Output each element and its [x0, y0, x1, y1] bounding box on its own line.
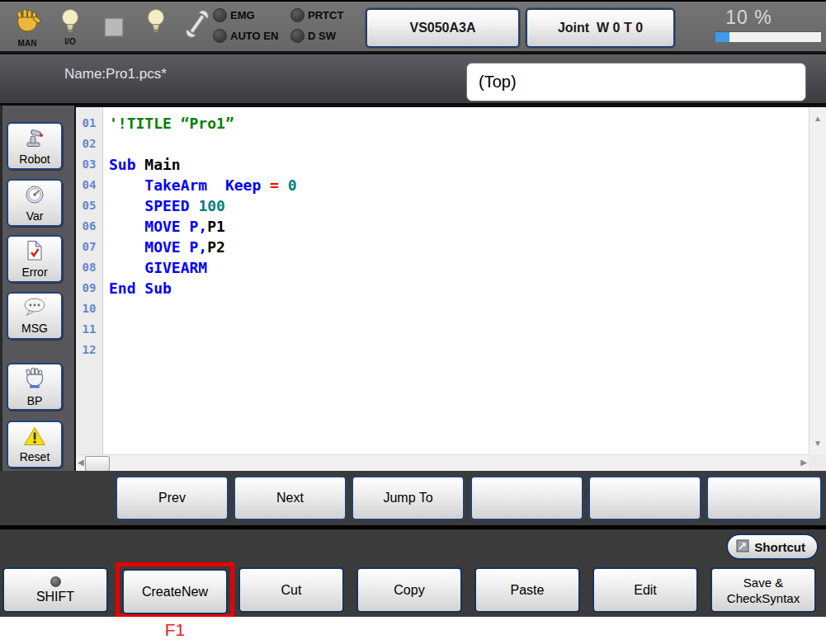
maintenance-indicator	[185, 7, 210, 45]
shortcut-button[interactable]: Shortcut	[726, 534, 819, 560]
procedure-selector-text: (Top)	[479, 73, 517, 92]
sidebar-item-label: Var	[26, 209, 44, 223]
sidebar-item-label: Reset	[20, 450, 50, 463]
jump-to-button[interactable]: Jump To	[352, 476, 465, 520]
paste-button[interactable]: Paste	[474, 567, 580, 613]
main-area: Robot Var	[0, 106, 826, 471]
code-line[interactable]	[109, 134, 809, 154]
sidebar: Robot Var	[0, 106, 74, 471]
code-line[interactable]: Sub Main	[109, 154, 809, 175]
dsw-led-label: D SW	[308, 30, 336, 42]
sidebar-item-var[interactable]: Var	[7, 179, 63, 227]
line-number-gutter: 010203040506070809101112	[76, 107, 103, 454]
code-token: Main	[144, 156, 180, 173]
blank-button[interactable]	[706, 476, 822, 520]
line-number: 07	[76, 237, 102, 257]
shortcut-button-label: Shortcut	[754, 540, 805, 554]
horizontal-scrollbar[interactable]: ◀ ▶	[76, 454, 809, 471]
code-token: GIVEARM	[109, 259, 207, 276]
scroll-right-icon[interactable]: ▶	[800, 458, 807, 467]
create-new-button[interactable]: CreateNew	[122, 569, 228, 614]
speed-progress-bar	[715, 31, 821, 42]
f1-key-label: F1	[116, 620, 234, 640]
man-label: MAN	[18, 39, 37, 48]
manual-mode-indicator: MAN	[13, 8, 41, 48]
lamp-indicator	[145, 8, 167, 38]
code-area[interactable]: '!TITLE “Pro1”Sub Main TakeArm Keep = 0 …	[104, 107, 809, 454]
hand-icon	[13, 8, 41, 40]
joint-mode-button[interactable]: Joint W 0 T 0	[526, 8, 675, 48]
robot-type-button[interactable]: VS050A3A	[366, 8, 520, 48]
horizontal-scroll-thumb[interactable]	[85, 456, 110, 472]
sidebar-item-reset[interactable]: Reset	[7, 421, 63, 468]
next-button[interactable]: Next	[234, 476, 347, 520]
prtct-led-icon	[290, 8, 304, 22]
sidebar-item-label: Error	[21, 266, 47, 279]
shift-button[interactable]: SHIFT	[2, 567, 108, 613]
top-status-bar: MAN I/O	[0, 0, 826, 54]
speed-indicator: 10 %	[677, 7, 821, 42]
copy-button[interactable]: Copy	[356, 567, 462, 613]
lightbulb-icon	[145, 8, 167, 38]
edit-button[interactable]: Edit	[592, 567, 698, 613]
vertical-scrollbar[interactable]: ▲ ▼	[809, 107, 826, 454]
code-line[interactable]: SPEED 100	[109, 195, 809, 216]
lightbulb-icon	[59, 8, 81, 38]
sidebar-item-bp[interactable]: BP	[7, 363, 63, 411]
sidebar-item-msg[interactable]: MSG	[7, 292, 63, 340]
line-number: 01	[76, 113, 102, 134]
code-line[interactable]	[109, 298, 809, 319]
emg-led-label: EMG	[230, 9, 255, 21]
hand-stop-icon	[23, 367, 46, 393]
code-token: Sub	[109, 156, 144, 173]
prev-button[interactable]: Prev	[116, 476, 229, 520]
error-document-icon	[25, 240, 45, 265]
code-token: SPEED	[109, 197, 198, 214]
code-token: 100	[198, 197, 225, 214]
blank-button[interactable]	[470, 476, 583, 520]
line-number: 06	[76, 216, 102, 237]
code-token: =	[270, 176, 288, 194]
edit-box-icon	[736, 539, 749, 555]
line-number: 10	[76, 298, 102, 319]
code-line[interactable]: MOVE P,P1	[109, 216, 809, 237]
robot-arm-icon	[24, 127, 45, 152]
code-token: 0	[288, 176, 297, 194]
code-editor[interactable]: 010203040506070809101112 '!TITLE “Pro1”S…	[74, 106, 826, 471]
shift-button-label: SHIFT	[36, 589, 74, 604]
code-line[interactable]: TakeArm Keep = 0	[109, 175, 809, 195]
autoen-led-label: AUTO EN	[230, 30, 278, 42]
stop-square-indicator	[103, 16, 125, 41]
sidebar-item-error[interactable]: Error	[7, 235, 63, 283]
procedure-selector[interactable]: (Top)	[466, 63, 806, 101]
save-checksyntax-button[interactable]: Save & CheckSyntax	[710, 567, 816, 613]
blank-button[interactable]	[588, 476, 701, 520]
code-line[interactable]	[109, 319, 809, 340]
code-token: '!TITLE “Pro1”	[109, 115, 234, 132]
scroll-down-icon[interactable]: ▼	[809, 439, 826, 448]
scrollbar-corner	[809, 454, 826, 471]
createnew-highlight-box: CreateNew	[116, 562, 234, 618]
cut-button[interactable]: Cut	[238, 567, 344, 613]
autoen-led-item: AUTO EN	[213, 29, 290, 43]
sidebar-item-label: Robot	[19, 153, 50, 166]
autoen-led-icon	[213, 29, 227, 43]
code-line[interactable]: '!TITLE “Pro1”	[109, 113, 809, 134]
code-line[interactable]: GIVEARM	[109, 257, 809, 278]
code-token: MOVE P,	[109, 238, 207, 256]
code-line[interactable]: MOVE P,P2	[109, 237, 809, 257]
code-token: MOVE P,	[109, 218, 207, 235]
io-monitor-indicator: I/O	[59, 8, 81, 46]
dsw-led-item: D SW	[290, 29, 365, 43]
wrench-icon	[185, 7, 210, 45]
io-label: I/O	[64, 37, 75, 46]
scroll-left-icon[interactable]: ◀	[78, 458, 84, 467]
code-line[interactable]: End Sub	[109, 278, 809, 298]
line-number: 08	[76, 257, 102, 278]
line-number: 11	[76, 319, 102, 340]
code-line[interactable]	[109, 340, 809, 360]
sidebar-item-label: BP	[27, 394, 43, 407]
program-title-bar: Name:Pro1.pcs* (Top)	[0, 54, 826, 106]
scroll-up-icon[interactable]: ▲	[809, 114, 826, 123]
sidebar-item-robot[interactable]: Robot	[7, 122, 63, 170]
